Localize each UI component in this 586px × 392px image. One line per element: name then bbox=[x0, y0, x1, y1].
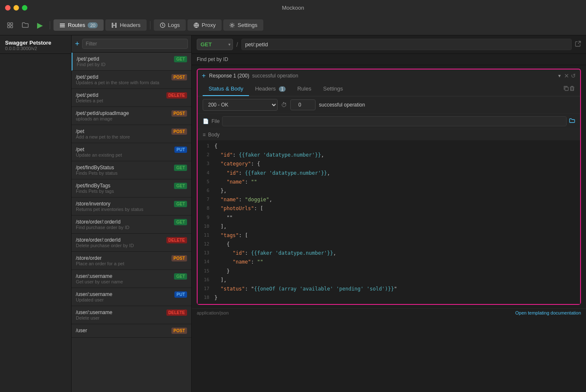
clock-icon: ⏱ bbox=[281, 101, 287, 108]
code-line: 9 "" bbox=[198, 213, 580, 222]
tab-settings[interactable]: Settings bbox=[317, 82, 349, 96]
line-content: "id": {{faker 'datatype.number'}}, bbox=[214, 169, 330, 177]
app-title: Mockoon bbox=[282, 5, 304, 11]
routes-filter: + bbox=[72, 35, 191, 53]
line-number: 15 bbox=[198, 267, 214, 275]
delete-response-button[interactable] bbox=[569, 85, 575, 93]
response-close-button[interactable]: ✕ bbox=[564, 72, 569, 79]
list-item[interactable]: /store/order Place an order for a pet PO… bbox=[72, 252, 191, 270]
filter-input[interactable] bbox=[82, 39, 188, 49]
list-item[interactable]: /pet Update an existing pet PUT bbox=[72, 143, 191, 161]
close-button[interactable] bbox=[5, 5, 11, 11]
method-badge: DELETE bbox=[166, 92, 187, 99]
list-item[interactable]: /pet Add a new pet to the store POST bbox=[72, 125, 191, 143]
line-number: 10 bbox=[198, 223, 214, 230]
sidebar-app-name: Swagger Petstore bbox=[5, 40, 66, 46]
method-badge: DELETE bbox=[166, 309, 187, 316]
content-area: GET POST PUT DELETE / Find pet by ID + bbox=[192, 35, 586, 392]
folder-icon bbox=[22, 22, 29, 29]
list-item[interactable]: /pet/findByTags Finds Pets by tags GET bbox=[72, 179, 191, 197]
list-item[interactable]: /user/:username Get user by user name GE… bbox=[72, 270, 191, 288]
status-code-select[interactable]: 200 - OK 201 - Created 400 - Bad Request… bbox=[203, 99, 278, 111]
list-item[interactable]: /user/:username Updated user PUT bbox=[72, 288, 191, 306]
code-line: 14 "name": "" bbox=[198, 258, 580, 267]
route-info: /pet/:petId Deletes a pet bbox=[76, 92, 163, 103]
file-open-button[interactable] bbox=[569, 118, 575, 125]
file-icon: 📄 bbox=[203, 118, 209, 124]
add-route-button[interactable]: + bbox=[75, 40, 80, 48]
line-content: "name": "doggie", bbox=[214, 196, 272, 204]
list-item[interactable]: /pet/:petId Find pet by ID GET bbox=[72, 53, 191, 71]
route-desc: Place an order for a pet bbox=[76, 261, 168, 266]
maximize-button[interactable] bbox=[22, 5, 27, 11]
list-item[interactable]: /store/inventory Returns pet inventories… bbox=[72, 197, 191, 216]
list-item[interactable]: /pet/:petId/uploadImage uploads an image… bbox=[72, 107, 191, 125]
route-desc: Find pet by ID bbox=[77, 62, 171, 67]
route-desc: Delete user bbox=[76, 315, 163, 320]
method-badge: GET bbox=[174, 273, 187, 280]
line-number: 3 bbox=[198, 160, 214, 168]
doc-link[interactable]: Open templating documentation bbox=[515, 310, 581, 315]
line-content: ], bbox=[214, 223, 227, 231]
code-line: 16 ], bbox=[198, 276, 580, 285]
new-window-button[interactable] bbox=[3, 19, 17, 31]
tab-routes[interactable]: Routes 20 bbox=[54, 19, 104, 31]
response-dropdown-button[interactable]: ▾ bbox=[558, 73, 561, 79]
route-desc: Delete purchase order by ID bbox=[76, 243, 163, 248]
run-button[interactable]: ▶ bbox=[34, 19, 46, 32]
status-row: 200 - OK 201 - Created 400 - Bad Request… bbox=[198, 96, 580, 114]
content-type-label: application/json bbox=[197, 310, 229, 315]
list-item[interactable]: /pet/:petId Updates a pet in the store w… bbox=[72, 71, 191, 89]
method-badge: DELETE bbox=[166, 237, 187, 243]
code-line: 6 }, bbox=[198, 187, 580, 195]
svg-rect-4 bbox=[60, 24, 65, 24]
route-path: /pet bbox=[76, 128, 168, 134]
code-line: 8 "photoUrls": [ bbox=[198, 204, 580, 213]
body-header: ≡ Body bbox=[198, 129, 580, 140]
method-select[interactable]: GET POST PUT DELETE bbox=[197, 39, 233, 50]
folder-button[interactable] bbox=[19, 19, 32, 31]
tab-logs[interactable]: Logs bbox=[154, 19, 186, 31]
file-path-input[interactable] bbox=[222, 116, 567, 126]
response-refresh-button[interactable]: ↺ bbox=[571, 72, 576, 79]
list-item[interactable]: /store/order/:orderId Find purchase orde… bbox=[72, 216, 191, 234]
status-label-input[interactable] bbox=[319, 102, 575, 108]
svg-rect-10 bbox=[565, 87, 568, 91]
method-badge: GET bbox=[174, 219, 187, 225]
method-badge: POST bbox=[171, 328, 187, 334]
add-response-button[interactable]: + bbox=[202, 72, 206, 80]
line-content: "id": {{faker 'datatype.number'}}, bbox=[214, 249, 336, 257]
route-info: /pet/:petId Updates a pet in the store w… bbox=[76, 74, 168, 85]
tab-headers[interactable]: Headers 1 bbox=[249, 82, 291, 96]
line-number: 6 bbox=[198, 187, 214, 195]
route-desc: Add a new pet to the store bbox=[76, 134, 168, 139]
list-item[interactable]: /store/order/:orderId Delete purchase or… bbox=[72, 234, 191, 252]
delay-input[interactable] bbox=[290, 99, 316, 110]
line-number: 17 bbox=[198, 285, 214, 293]
list-item[interactable]: /pet/findByStatus Finds Pets by status G… bbox=[72, 161, 191, 179]
open-in-browser-button[interactable] bbox=[575, 41, 581, 48]
body-label: Body bbox=[208, 132, 219, 138]
method-badge: GET bbox=[174, 183, 187, 189]
code-editor[interactable]: 1{2 "id": {{faker 'datatype.number'}},3 … bbox=[198, 140, 580, 304]
minimize-button[interactable] bbox=[13, 5, 19, 11]
list-item[interactable]: /user/:username Delete user DELETE bbox=[72, 306, 191, 324]
route-path-input[interactable] bbox=[241, 39, 572, 50]
tab-rules[interactable]: Rules bbox=[292, 82, 317, 96]
tab-headers[interactable]: Headers bbox=[105, 19, 146, 31]
route-desc: Deletes a pet bbox=[76, 98, 163, 103]
line-number: 5 bbox=[198, 178, 214, 186]
tab-proxy[interactable]: Proxy bbox=[187, 19, 222, 31]
body-section: ≡ Body 1{2 "id": {{faker 'datatype.numbe… bbox=[198, 129, 580, 304]
route-title: Find pet by ID bbox=[197, 56, 228, 62]
tab-settings[interactable]: Settings bbox=[223, 19, 263, 31]
list-item[interactable]: /pet/:petId Deletes a pet DELETE bbox=[72, 89, 191, 107]
list-item[interactable]: /user POST bbox=[72, 324, 191, 338]
line-number: 11 bbox=[198, 232, 214, 239]
route-header-bar: GET POST PUT DELETE / bbox=[192, 35, 586, 54]
route-path: /pet/:petId bbox=[76, 92, 163, 98]
tab-status-body[interactable]: Status & Body bbox=[203, 82, 249, 96]
route-list: /pet/:petId Find pet by ID GET /pet/:pet… bbox=[72, 53, 191, 392]
svg-rect-2 bbox=[8, 26, 10, 28]
copy-response-button[interactable] bbox=[563, 85, 569, 93]
